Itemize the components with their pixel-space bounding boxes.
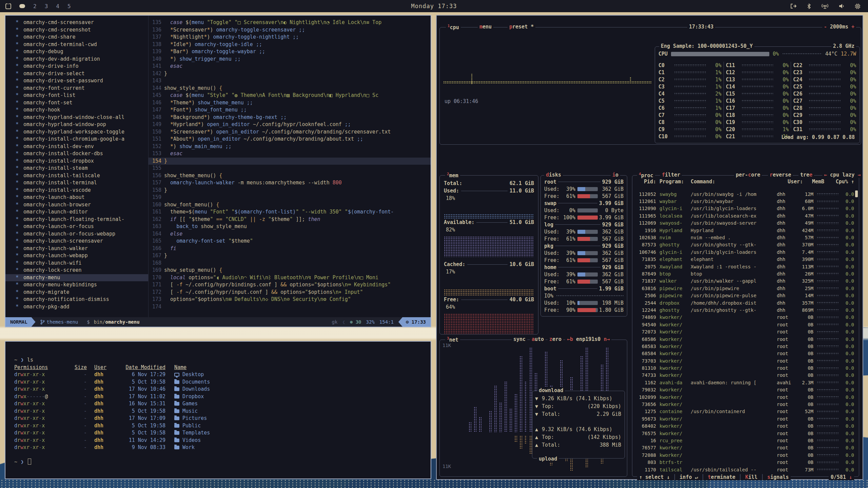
process-row[interactable]: 63816pipewire/usr/bin/pipewiredhh25M0.0 [635,285,854,292]
process-row[interactable]: 87573ghostty/usr/bin/ghostty --gtk-dhh37… [635,241,854,248]
file-item[interactable]: *omarchy-menu [5,274,148,282]
file-item[interactable]: *omarchy-install-dropbox [5,158,148,165]
process-row[interactable]: 73656kworker/root0B0.0 [635,401,854,408]
process-row[interactable]: 106746glycin-i/usr/lib/glycin-loadersdhh… [635,248,854,256]
net-auto-toggle[interactable]: auto [530,336,546,342]
proc-filter-button[interactable]: filter [660,172,682,178]
file-item[interactable]: *omarchy-menu-keybindings [5,281,148,289]
file-item[interactable]: *omarchy-drive-set-password [5,77,148,85]
process-row[interactable]: 95673kworker/root0B0.0 [635,415,854,422]
process-row[interactable]: 68586kworker/root0B0.0 [635,336,854,343]
bluetooth-icon[interactable] [807,3,811,9]
proc-info-button[interactable]: info ↵ [679,474,698,480]
file-item[interactable]: *omarchy-lock-screen [5,267,148,274]
process-row[interactable]: 112052swaybg/usr/bin/swaybg -i /homdhh12… [635,190,854,198]
process-row[interactable]: 71837walker/usr/bin/walker --gappldhh325… [635,278,854,285]
preset-button[interactable]: preset * [508,24,535,30]
file-item[interactable]: *omarchy-cmd-screensaver [5,19,148,26]
process-row[interactable]: 1275containe/usr/bin/containerdroot52M0.… [635,408,854,415]
process-row[interactable]: 68402kworker/root0B0.0 [635,423,854,430]
process-panel-title[interactable]: 4proc [637,172,655,179]
process-row[interactable]: 111965localsea/usr/lib/localsearch-exdhh… [635,212,854,219]
file-item[interactable]: *omarchy-hyprland-window-close-all [5,114,148,121]
proc-sort-selector[interactable]: ← cpu lazy → [822,172,862,178]
file-item[interactable]: *omarchy-launch-editor [5,208,148,216]
file-item[interactable]: *omarchy-font-current [5,85,148,92]
process-row[interactable]: 74869kworker/root0B0.0 [635,314,854,321]
proc-reverse-toggle[interactable]: reverse [768,172,793,178]
file-item[interactable]: *omarchy-launch-webapp [5,252,148,260]
proc-tree-toggle[interactable]: tree [798,172,814,178]
file-item[interactable]: *omarchy-hyprland-workspace-toggle [5,128,148,136]
file-item[interactable]: *omarchy-launch-walker [5,245,148,252]
file-item[interactable]: *omarchy-drive-info [5,63,148,70]
file-item[interactable]: *omarchy-install-vscode [5,187,148,194]
process-row[interactable]: 68583kworker/root0B0.0 [635,343,854,350]
volume-icon[interactable] [839,3,845,9]
process-row[interactable]: 102099kworker/root0B0.0 [635,393,854,401]
screencast-icon[interactable] [790,3,797,9]
file-item[interactable]: *omarchy-launch-about [5,194,148,201]
file-list-pane[interactable]: *omarchy-cmd-screensaver*omarchy-cmd-scr… [5,16,149,317]
process-row[interactable]: 1170tailscal/usr/sbin/tailscaled --root7… [635,466,854,472]
process-row[interactable]: 102638nvimnvim --embed .dhh57M0.0 [635,234,854,241]
update-interval[interactable]: - 2000ms + [822,24,856,30]
process-row[interactable]: 72073kworker/root0B0.0 [635,328,854,335]
process-row[interactable]: 1162avahi-daavahi-daemon: running [avahi… [635,379,854,386]
process-row[interactable]: 2506pipewire/usr/bin/pipewire-pulsedhh14… [635,292,854,299]
file-item[interactable]: *omarchy-install-docker-dbs [5,150,148,158]
memory-panel-title[interactable]: 2mem [445,172,460,179]
file-item[interactable]: *omarchy-pkg-add [5,303,148,311]
file-item[interactable]: *omarchy-migrate [5,289,148,296]
process-row[interactable]: 94540kworker/root0B0.0 [635,321,854,328]
disks-io-toggle[interactable]: io [611,172,620,178]
file-item[interactable]: *omarchy-debug [5,48,148,56]
net-sync-toggle[interactable]: sync [512,336,527,342]
process-row[interactable]: 71835elephantelephantdhh390M0.0 [635,256,854,263]
process-row[interactable]: 112069swayosd-/usr/bin/swayosd-serverdhh… [635,220,854,227]
process-row[interactable]: 76575kworker/root0B0.0 [635,430,854,437]
proc-signals-button[interactable]: signals [767,474,789,480]
file-item[interactable]: *omarchy-dev-add-migration [5,56,148,63]
file-item[interactable]: *omarchy-install-terminal [5,179,148,187]
process-scrollbar[interactable] [855,190,858,197]
process-row[interactable]: 87649btopbtopdhh26M0.0 [635,270,854,277]
file-item[interactable]: *omarchy-launch-wifi [5,260,148,267]
code-pane[interactable]: 135 case $(menu "Toggle" "□ Screensaver\… [149,16,431,317]
net-zero-toggle[interactable]: zero [548,336,563,342]
process-row[interactable]: 2075XwaylandXwayland :1 -rootless -dhh11… [635,263,854,270]
file-item[interactable]: *omarchy-launch-screensaver [5,238,148,245]
file-item[interactable]: *omarchy-hyprland-window-pop [5,121,148,128]
network-icon[interactable] [821,3,829,9]
terminal-window[interactable]: ~ ❯ ls Permissions Size User Date Modifi… [5,341,431,479]
file-item[interactable]: *omarchy-cmd-terminal-cwd [5,41,148,48]
process-row[interactable]: 72088kworker/root0B0.0 [635,451,854,459]
net-interface-switcher[interactable]: ←b enp191s0 n→ [565,336,611,342]
process-row[interactable]: 112061waybar/usr/bin/waybardhh68M0.0 [635,198,854,205]
process-row[interactable]: 81310kworker/root0B0.0 [635,364,854,371]
menu-button[interactable]: menu [478,24,493,30]
process-row[interactable]: 16rcu_preeroot0B0.0 [635,437,854,444]
process-row[interactable]: 74733kworker/root0B0.0 [635,372,854,379]
proc-select-hint[interactable]: ↑ select ↓ [639,474,670,480]
proc-terminate-button[interactable]: terminate [708,474,735,480]
process-row[interactable]: 76577kworker/root0B0.0 [635,444,854,451]
process-row[interactable]: 1916HyprlandHyprlanddhh424M0.0 [635,227,854,234]
file-item[interactable]: *omarchy-font-set [5,99,148,107]
file-item[interactable]: *omarchy-notification-dismiss [5,296,148,303]
file-item[interactable]: *omarchy-launch-browser [5,201,148,209]
file-item[interactable]: *omarchy-install-tailscale [5,172,148,180]
file-item[interactable]: *omarchy-font-list [5,92,148,99]
file-item[interactable]: *omarchy-launch-or-focus [5,223,148,230]
process-row[interactable]: 112090glycin-i/usr/lib/glycin-loadersdhh… [635,205,854,212]
process-row[interactable]: 73703kworker/root0B0.0 [635,357,854,364]
file-item[interactable]: *omarchy-install-chromium-google-a [5,136,148,143]
terminal-prompt-empty[interactable]: ~ ❯ [14,459,431,466]
file-item[interactable]: *omarchy-launch-or-focus-webapp [5,230,148,238]
process-row[interactable]: 803btrfs-trroot0B0.0 [635,459,854,466]
process-row[interactable]: 12244ghostty/usr/bin/ghostty --gtk-dhh86… [635,306,854,313]
process-row[interactable]: 2544dropbox/home/dhh/.dropbox-distdhh357… [635,299,854,306]
file-item[interactable]: *omarchy-cmd-screenshot [5,26,148,34]
file-item[interactable]: *omarchy-hook [5,106,148,114]
cpu-panel-title[interactable]: 1cpu [446,24,461,30]
